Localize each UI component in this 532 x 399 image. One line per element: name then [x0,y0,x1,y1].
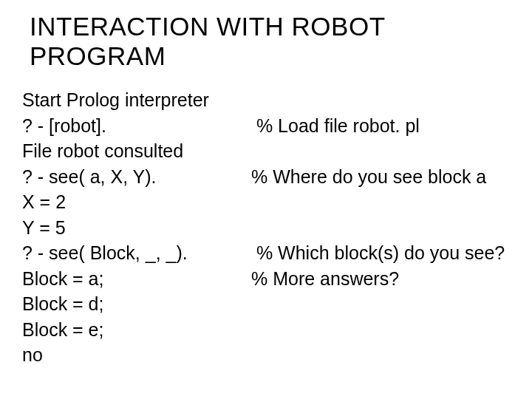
code-line: X = 2 [22,189,510,215]
code-comment [251,317,510,343]
code-left: Block = e; [22,317,251,343]
code-line: ? - [robot]. % Load file robot. pl [22,113,510,139]
code-left: Block = d; [22,291,251,317]
code-left: ? - see( Block, _, _). [22,240,251,266]
slide-container: INTERACTION WITH ROBOT PROGRAM Start Pro… [0,0,532,383]
code-line: Y = 5 [22,215,510,241]
code-line: Start Prolog interpreter [22,87,510,113]
code-left: X = 2 [22,189,251,215]
code-line: File robot consulted [22,138,510,164]
code-comment: % Where do you see block a [251,164,510,190]
code-line: Block = a; % More answers? [22,266,510,292]
code-line: ? - see( Block, _, _). % Which block(s) … [22,240,510,266]
code-comment [251,189,510,215]
code-comment: % More answers? [251,266,510,292]
page-title: INTERACTION WITH ROBOT PROGRAM [30,12,510,71]
code-left: Y = 5 [22,215,251,241]
code-line: Block = e; [22,317,510,343]
code-comment [251,342,510,368]
code-left: no [22,342,251,368]
code-line: no [22,342,510,368]
code-listing: Start Prolog interpreter ? - [robot]. % … [22,87,510,368]
code-left: Start Prolog interpreter [22,87,251,113]
code-comment [251,215,510,241]
code-left: File robot consulted [22,138,251,164]
code-comment [251,291,510,317]
code-comment [251,138,510,164]
code-comment: % Load file robot. pl [251,113,510,139]
code-left: ? - [robot]. [22,113,251,139]
code-comment [251,87,510,113]
code-left: ? - see( a, X, Y). [22,164,251,190]
code-line: Block = d; [22,291,510,317]
code-line: ? - see( a, X, Y). % Where do you see bl… [22,164,510,190]
code-left: Block = a; [22,266,251,292]
code-comment: % Which block(s) do you see? [251,240,510,266]
